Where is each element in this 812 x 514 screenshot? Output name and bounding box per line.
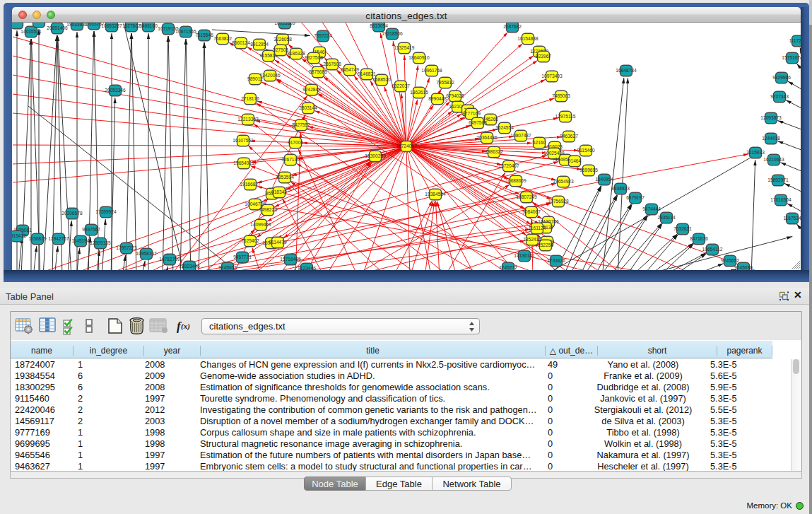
svg-text:20053346: 20053346 [105, 88, 126, 93]
svg-text:19384554: 19384554 [425, 192, 446, 197]
svg-text:1244418: 1244418 [762, 136, 780, 141]
svg-text:10958107: 10958107 [136, 251, 157, 256]
svg-text:12093873: 12093873 [760, 115, 782, 120]
svg-text:1156829: 1156829 [28, 236, 47, 241]
svg-text:1353594: 1353594 [276, 175, 294, 180]
svg-text:7632621: 7632621 [673, 226, 692, 231]
svg-text:1117234: 1117234 [789, 38, 801, 43]
svg-text:927503: 927503 [273, 47, 288, 52]
svg-text:1145194: 1145194 [71, 238, 90, 243]
svg-text:8938923: 8938923 [611, 186, 630, 191]
svg-text:18724007: 18724007 [396, 144, 417, 148]
svg-text:1733426: 1733426 [547, 258, 565, 263]
svg-text:1588520: 1588520 [372, 77, 391, 82]
svg-text:9114479: 9114479 [269, 240, 287, 245]
svg-text:16033809: 16033809 [274, 23, 295, 25]
svg-text:12213363: 12213363 [237, 117, 259, 122]
svg-text:9777169: 9777169 [462, 111, 481, 116]
svg-text:1527602: 1527602 [122, 23, 141, 28]
svg-text:9699695: 9699695 [579, 168, 598, 173]
svg-text:9146821: 9146821 [358, 71, 376, 76]
svg-text:2087682: 2087682 [503, 24, 522, 29]
svg-text:6879197: 6879197 [626, 195, 645, 200]
svg-text:16210643: 16210643 [763, 157, 784, 162]
svg-text:10653287: 10653287 [101, 23, 122, 28]
svg-text:19654923: 19654923 [553, 179, 574, 184]
svg-text:8471676: 8471676 [690, 236, 708, 241]
svg-text:91464: 91464 [568, 158, 582, 163]
svg-text:15716485: 15716485 [280, 257, 301, 262]
svg-text:15720407: 15720407 [498, 163, 519, 168]
svg-text:10688609: 10688609 [505, 178, 526, 183]
svg-text:62160: 62160 [533, 140, 546, 145]
svg-text:14035571: 14035571 [20, 29, 42, 34]
svg-text:923967: 923967 [536, 54, 551, 59]
svg-text:11325419: 11325419 [394, 45, 415, 50]
svg-text:917004: 917004 [288, 140, 303, 145]
svg-text:918342: 918342 [271, 189, 287, 194]
svg-text:3267130: 3267130 [281, 157, 300, 162]
svg-text:8427552: 8427552 [292, 122, 310, 127]
svg-text:9327508: 9327508 [305, 55, 323, 60]
svg-text:7357224: 7357224 [314, 33, 332, 38]
svg-text:7663822: 7663822 [213, 36, 232, 41]
svg-text:1167534: 1167534 [783, 216, 801, 221]
svg-text:9242848: 9242848 [302, 87, 321, 92]
svg-text:9084067: 9084067 [522, 209, 541, 214]
svg-text:252254: 252254 [538, 243, 553, 247]
svg-text:10973493: 10973493 [541, 74, 563, 78]
svg-text:6794028: 6794028 [446, 93, 464, 98]
svg-text:20364436: 20364436 [476, 135, 498, 140]
svg-text:10756928: 10756928 [548, 199, 569, 204]
svg-text:9329966: 9329966 [772, 75, 791, 80]
svg-text:17957223: 17957223 [116, 245, 137, 250]
svg-text:(x): (x) [181, 322, 190, 331]
svg-text:9397567: 9397567 [82, 227, 100, 232]
svg-text:18640910: 18640910 [408, 55, 430, 60]
svg-text:5875685: 5875685 [309, 69, 327, 74]
svg-text:7986322: 7986322 [485, 149, 503, 154]
svg-text:1498223: 1498223 [259, 207, 277, 212]
svg-text:2867608: 2867608 [323, 62, 341, 66]
svg-text:10807487: 10807487 [510, 133, 531, 138]
svg-text:15692971: 15692971 [767, 177, 789, 182]
svg-text:8813054: 8813054 [370, 23, 388, 28]
svg-text:12505135: 12505135 [90, 240, 111, 245]
svg-text:1745272: 1745272 [499, 265, 517, 270]
svg-text:12942757: 12942757 [48, 236, 69, 241]
svg-text:6497568: 6497568 [469, 120, 487, 125]
svg-text:3226058: 3226058 [273, 37, 292, 42]
svg-text:16648784: 16648784 [616, 68, 637, 73]
svg-text:17359924: 17359924 [95, 209, 117, 214]
svg-text:1362615: 1362615 [410, 90, 428, 95]
svg-text:6322037: 6322037 [392, 83, 410, 88]
svg-text:9245007: 9245007 [218, 265, 237, 270]
svg-text:2718176: 2718176 [241, 96, 259, 101]
svg-text:3624554: 3624554 [495, 125, 514, 130]
svg-text:9123446: 9123446 [298, 266, 316, 270]
svg-text:14099469: 14099469 [250, 222, 271, 227]
svg-text:8186328: 8186328 [287, 51, 305, 56]
svg-text:7625402: 7625402 [241, 238, 259, 243]
svg-text:989012: 989012 [247, 76, 263, 81]
svg-text:9457771: 9457771 [233, 255, 252, 259]
svg-text:1161124: 1161124 [529, 226, 546, 230]
svg-text:8660124: 8660124 [232, 40, 250, 45]
svg-text:17016504: 17016504 [770, 197, 792, 202]
svg-text:10961758: 10961758 [421, 68, 442, 73]
svg-text:19166827: 19166827 [240, 182, 261, 187]
svg-text:2935114: 2935114 [657, 215, 676, 220]
svg-text:19218506: 19218506 [382, 31, 403, 36]
svg-text:20206578: 20206578 [61, 211, 83, 216]
svg-text:9115460: 9115460 [577, 148, 595, 153]
svg-text:10671355: 10671355 [175, 29, 196, 34]
svg-text:1640954: 1640954 [595, 177, 613, 182]
svg-text:8990448: 8990448 [428, 96, 447, 101]
svg-text:19654913: 19654913 [233, 160, 254, 165]
svg-text:2803144: 2803144 [299, 105, 317, 110]
svg-text:9463627: 9463627 [560, 134, 578, 139]
svg-text:1352416: 1352416 [523, 237, 541, 242]
svg-text:12923446: 12923446 [179, 264, 200, 269]
svg-text:10654112: 10654112 [702, 247, 723, 252]
svg-text:7485063: 7485063 [552, 93, 570, 98]
